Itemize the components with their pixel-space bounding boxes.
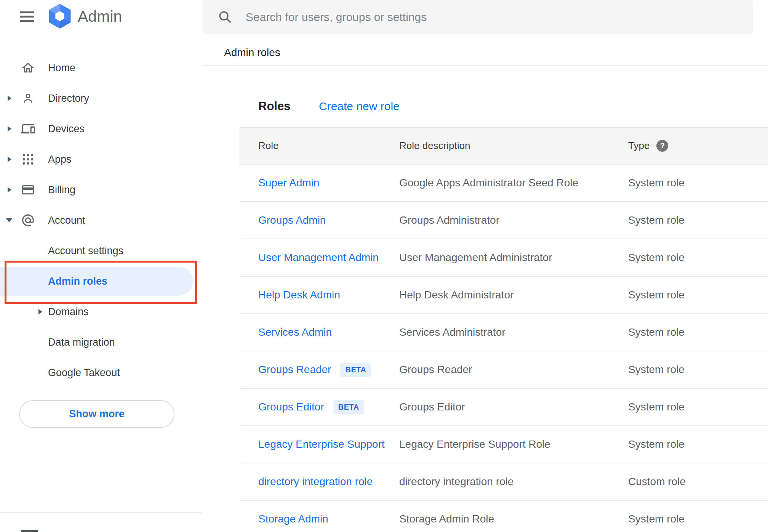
role-link[interactable]: Super Admin [258,177,319,189]
table-row: User Management Admin BETA User Manageme… [239,239,768,276]
credit-card-icon [21,183,35,197]
role-link[interactable]: Groups Reader [258,364,331,376]
role-description: Groups Administrator [399,214,628,226]
table-row: directory integration role BETA director… [239,463,768,500]
role-cell: Storage Admin BETA [258,513,399,525]
table-row: Legacy Enterprise Support BETA Legacy En… [239,425,768,463]
sidebar-item-google-takeout[interactable]: Google Takeout [0,357,202,388]
role-cell: Services Admin BETA [258,326,399,338]
role-type: System role [628,326,768,338]
admin-logo-icon [48,3,71,29]
roles-card-header: Roles Create new role [239,85,768,127]
help-icon[interactable]: ? [656,140,668,152]
role-link[interactable]: directory integration role [258,476,373,488]
menu-hamburger-icon[interactable] [20,11,34,22]
role-cell: User Management Admin BETA [258,252,399,264]
apps-grid-icon [21,152,35,167]
annotation-highlight-box [5,261,197,304]
role-type: System role [628,438,768,450]
sidebar-item-label: Account settings [48,245,123,257]
role-type: System role [628,289,768,301]
home-icon [21,61,35,75]
person-icon [21,91,35,106]
column-header-type: Type ? [628,140,768,152]
role-cell: Legacy Enterprise Support BETA [258,438,399,450]
sidebar: Admin Home Directory Devic [0,0,202,532]
role-link[interactable]: Legacy Enterprise Support [258,438,385,450]
sidebar-bottom-divider [0,512,202,513]
table-row: Groups Admin BETA Groups Administrator S… [239,201,768,239]
column-header-description: Role description [399,140,628,152]
role-description: Groups Editor [399,401,628,413]
role-type: System role [628,513,768,525]
role-cell: Groups Admin BETA [258,214,399,226]
expand-chevron-icon[interactable] [7,126,12,132]
role-description: Storage Admin Role [399,513,628,525]
sidebar-item-label: Billing [48,184,75,196]
role-description: Help Desk Administrator [399,289,628,301]
role-link[interactable]: User Management Admin [258,252,379,264]
beta-badge: BETA [340,363,371,377]
devices-icon [21,122,35,136]
search-icon [218,10,232,24]
show-more-button[interactable]: Show more [19,400,174,428]
collapse-chevron-icon[interactable] [6,218,13,223]
sidebar-item-apps[interactable]: Apps [0,144,202,175]
sidebar-item-account[interactable]: Account [0,205,202,236]
breadcrumb: Admin roles [224,46,280,59]
sidebar-item-label: Google Takeout [48,367,120,379]
sidebar-item-directory[interactable]: Directory [0,83,202,114]
role-description: directory integration role [399,476,628,488]
at-sign-icon [21,213,35,228]
role-link[interactable]: Storage Admin [258,513,328,525]
sidebar-item-label: Apps [48,154,72,165]
table-row: Super Admin BETA Google Apps Administrat… [239,164,768,201]
role-cell: Groups Reader BETA [258,363,399,377]
search-bar[interactable] [202,0,753,34]
roles-table-body: Super Admin BETA Google Apps Administrat… [239,164,768,532]
create-new-role-link[interactable]: Create new role [319,100,400,113]
expand-chevron-icon[interactable] [7,96,12,101]
role-cell: directory integration role BETA [258,476,399,488]
role-description: Legacy Enterprise Support Role [399,438,628,450]
sidebar-item-devices[interactable]: Devices [0,114,202,144]
role-description: Google Apps Administrator Seed Role [399,177,628,189]
table-row: Groups Reader BETA Groups Reader System … [239,351,768,388]
card-title: Roles [258,99,290,113]
sidebar-item-label: Account [48,215,85,226]
role-type: System role [628,252,768,264]
column-header-type-label: Type [628,140,650,152]
role-type: System role [628,177,768,189]
role-link[interactable]: Services Admin [258,326,332,338]
role-link[interactable]: Groups Editor [258,401,324,413]
table-row: Services Admin BETA Services Administrat… [239,313,768,351]
column-header-role: Role [258,140,399,152]
role-type: System role [628,401,768,413]
role-link[interactable]: Groups Admin [258,214,326,226]
sidebar-item-home[interactable]: Home [0,53,202,83]
role-link[interactable]: Help Desk Admin [258,289,340,301]
sidebar-item-label: Directory [48,93,89,104]
roles-card: Roles Create new role Role Role descript… [239,85,768,532]
role-description: User Management Administrator [399,252,628,264]
table-row: Help Desk Admin BETA Help Desk Administr… [239,276,768,313]
role-type: System role [628,364,768,376]
sidebar-item-data-migration[interactable]: Data migration [0,327,202,357]
role-description: Groups Reader [399,364,628,376]
expand-chevron-icon[interactable] [38,309,43,315]
table-header-row: Role Role description Type ? [239,127,768,164]
sidebar-item-label: Data migration [48,337,115,348]
role-cell: Help Desk Admin BETA [258,289,399,301]
sidebar-item-label: Home [48,62,75,74]
expand-chevron-icon[interactable] [7,157,12,162]
role-description: Services Administrator [399,326,628,338]
beta-badge: BETA [333,400,364,414]
expand-chevron-icon[interactable] [7,187,12,193]
sidebar-item-billing[interactable]: Billing [0,175,202,205]
role-type: System role [628,214,768,226]
table-row: Storage Admin BETA Storage Admin Role Sy… [239,500,768,532]
table-row: Groups Editor BETA Groups Editor System … [239,388,768,425]
sidebar-nav: Home Directory Devices [0,53,202,388]
role-type: Custom role [628,476,768,488]
search-input[interactable] [246,0,741,34]
